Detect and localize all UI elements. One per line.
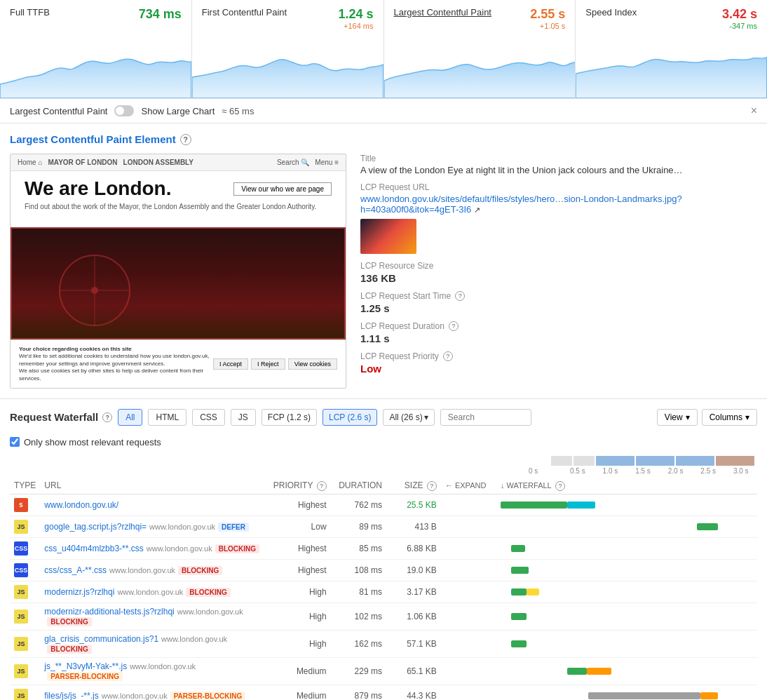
- url-main[interactable]: gla_crisis_communication.js?1: [44, 634, 158, 644]
- lcp-section-title: Largest Contentful Paint Element ?: [10, 133, 757, 145]
- page-preview-img: [11, 227, 346, 339]
- lcp-request-start-help[interactable]: ?: [455, 291, 465, 301]
- url-main[interactable]: www.london.gov.uk/: [44, 500, 118, 510]
- metric-value-speed-index: 3.42 s: [722, 7, 757, 22]
- type-cell: JS: [10, 516, 40, 537]
- lcp-resource-size-row: LCP Resource Size 136 KB: [360, 261, 757, 284]
- url-main[interactable]: files/js/js_-**.js: [44, 691, 98, 700]
- url-cell: js_**_N3vyM-Yak-**.jswww.london.gov.ukPA…: [40, 657, 269, 685]
- table-row: 5www.london.gov.uk/Highest762 ms25.5 KB: [10, 494, 757, 516]
- metric-card-fcp: First Contentful Paint 1.24 s +164 ms: [192, 0, 384, 98]
- waterfall-help-icon[interactable]: ?: [102, 412, 112, 422]
- view-btn[interactable]: View ▾: [657, 409, 698, 426]
- waterfall-bar-cell: [496, 685, 757, 700]
- filter-html-btn[interactable]: HTML: [148, 409, 186, 426]
- cookie-accept-btn[interactable]: I Accept: [213, 358, 248, 370]
- duration-cell: 762 ms: [331, 494, 386, 516]
- lcp-section-help-icon[interactable]: ?: [180, 134, 191, 145]
- lcp-request-priority-help[interactable]: ?: [443, 351, 453, 361]
- url-main[interactable]: css/css_A-**.css: [44, 565, 107, 575]
- size-cell: 65.1 KB: [386, 657, 441, 685]
- url-domain: www.london.gov.uk: [109, 566, 175, 574]
- search-input[interactable]: [440, 409, 531, 426]
- relevant-checkbox[interactable]: [10, 437, 20, 447]
- lcp-preview: Home ⌂ MAYOR OF LONDON LONDON ASSEMBLY S…: [10, 154, 346, 389]
- lcp-resource-size-label: LCP Resource Size: [360, 261, 757, 271]
- lcp-content: Home ⌂ MAYOR OF LONDON LONDON ASSEMBLY S…: [10, 154, 757, 389]
- size-cell: 57.1 KB: [386, 630, 441, 657]
- lcp-title-row: Title A view of the London Eye at night …: [360, 154, 757, 175]
- url-cell: modernizr.js?rzlhqiwww.london.gov.ukBLOC…: [40, 581, 269, 603]
- timeline-ticks: 0 s 0.5 s 1.0 s 1.5 s 2.0 s 2.5 s 3.0 s: [10, 467, 757, 475]
- lcp-request-url-link[interactable]: www.london.gov.uk/sites/default/files/st…: [360, 194, 682, 215]
- table-row: CSScss/css_A-**.csswww.london.gov.ukBLOC…: [10, 559, 757, 581]
- nav-menu: Menu ≡: [315, 159, 339, 166]
- lcp-request-duration-help[interactable]: ?: [449, 321, 459, 331]
- lcp-details: Title A view of the London Eye at night …: [360, 154, 757, 389]
- cookie-reject-btn[interactable]: I Reject: [251, 358, 285, 370]
- metric-chart-speed-index: [576, 42, 767, 98]
- priority-cell: High: [269, 630, 331, 657]
- view-dropdown-icon: ▾: [686, 412, 690, 422]
- all26-dropdown[interactable]: All (26 s) ▾: [383, 409, 434, 426]
- lcp-thumbnail: [360, 219, 416, 254]
- duration-cell: 162 ms: [331, 630, 386, 657]
- size-cell: 413 B: [386, 516, 441, 537]
- view-who-we-are-btn[interactable]: View our who we are page: [233, 182, 332, 196]
- expand-cell: [441, 494, 496, 516]
- nav-assembly: LONDON ASSEMBLY: [123, 159, 194, 166]
- url-main[interactable]: modernizr.js?rzlhqi: [44, 587, 114, 597]
- size-cell: 25.5 KB: [386, 494, 441, 516]
- lcp-resource-size-value: 136 KB: [360, 272, 757, 284]
- duration-cell: 879 ms: [331, 685, 386, 700]
- waterfall-bar-cell: [496, 559, 757, 581]
- cookie-view-btn[interactable]: View cookies: [288, 358, 337, 370]
- metric-delta-speed-index: -347 ms: [722, 22, 757, 30]
- metric-title-lcp[interactable]: Largest Contentful Paint: [394, 7, 491, 18]
- tag-parser-blocking: PARSER-BLOCKING: [170, 692, 246, 700]
- columns-btn[interactable]: Columns ▾: [702, 409, 757, 426]
- metric-chart-fcp: [192, 42, 384, 98]
- table-header-row: TYPE URL PRIORITY ? DURATION SIZE ? ← EX…: [10, 478, 757, 494]
- page-preview-top: View our who we are page We are London. …: [11, 171, 346, 227]
- lcp-bar-close[interactable]: ×: [751, 105, 757, 117]
- metric-card-lcp[interactable]: Largest Contentful Paint 2.55 s +1.05 s: [384, 0, 576, 98]
- lcp-title-value: A view of the London Eye at night lit in…: [360, 165, 757, 175]
- url-main[interactable]: google_tag.script.js?rzlhqi=: [44, 522, 147, 532]
- type-cell: JS: [10, 657, 40, 685]
- col-expand: ← EXPAND: [441, 478, 496, 494]
- metric-card-speed-index: Speed Index 3.42 s -347 ms: [576, 0, 767, 98]
- waterfall-bar-cell: [496, 537, 757, 559]
- lcp-dropdown[interactable]: LCP (2.6 s): [323, 409, 377, 426]
- url-main[interactable]: css_u404m4mlzbb3-**.css: [44, 544, 143, 553]
- tick-10: 1.0 s: [594, 467, 627, 475]
- filter-all-btn[interactable]: All: [118, 409, 142, 426]
- relevant-label[interactable]: Only show most relevant requests: [24, 437, 161, 447]
- fcp-dropdown[interactable]: FCP (1.2 s): [262, 409, 317, 426]
- url-main[interactable]: js_**_N3vyM-Yak-**.js: [44, 661, 127, 671]
- type-cell: JS: [10, 581, 40, 603]
- filter-css-btn[interactable]: CSS: [192, 409, 225, 426]
- table-row: CSScss_u404m4mlzbb3-**.csswww.london.gov…: [10, 537, 757, 559]
- waterfall-header: Request Waterfall ? All HTML CSS JS FCP …: [10, 409, 757, 426]
- show-large-chart-label[interactable]: Show Large Chart: [141, 106, 215, 116]
- metric-title-fcp: First Contentful Paint: [202, 7, 287, 18]
- priority-cell: Medium: [269, 685, 331, 700]
- lcp-toggle[interactable]: [114, 105, 134, 116]
- filter-js-btn[interactable]: JS: [231, 409, 256, 426]
- waterfall-bar-cell: [496, 657, 757, 685]
- priority-cell: Highest: [269, 494, 331, 516]
- metric-card-full-ttfb: Full TTFB 734 ms: [0, 0, 192, 98]
- table-row: JSmodernizr.js?rzlhqiwww.london.gov.ukBL…: [10, 581, 757, 603]
- metric-value-lcp: 2.55 s: [530, 7, 565, 22]
- tick-0: 0 s: [529, 467, 562, 475]
- waterfall-title: Request Waterfall ?: [10, 411, 112, 423]
- url-main[interactable]: modernizr-additional-tests.js?rzlhqi: [44, 607, 174, 617]
- page-sub: Find out about the work of the Mayor, th…: [25, 203, 332, 210]
- lcp-request-url-label: LCP Request URL: [360, 182, 757, 192]
- lcp-request-priority-value: Low: [360, 363, 757, 375]
- dropdown-chevron: ▾: [424, 412, 428, 422]
- columns-dropdown-icon: ▾: [745, 412, 749, 422]
- priority-cell: High: [269, 581, 331, 603]
- checkbox-row: Only show most relevant requests: [10, 433, 757, 452]
